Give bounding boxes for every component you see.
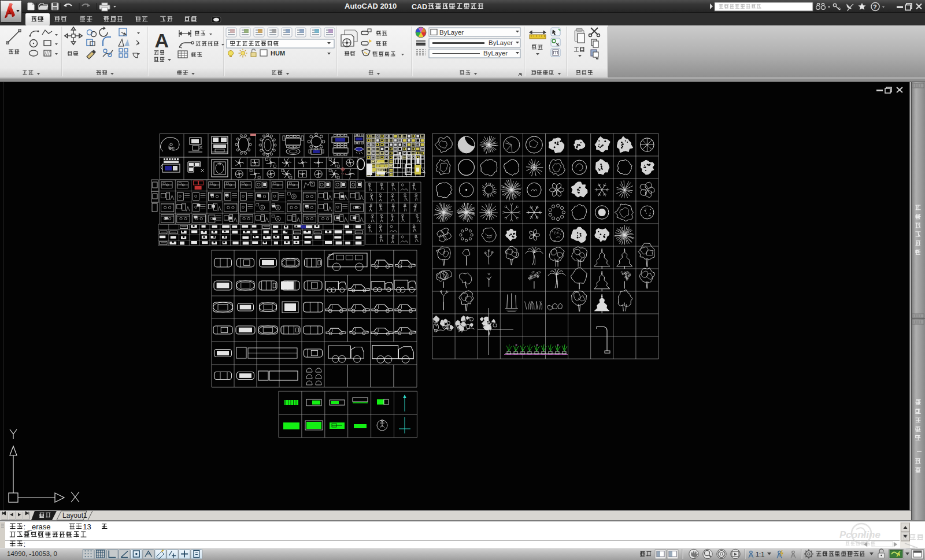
svg-text:Layout1: Layout1 (62, 511, 87, 520)
svg-text:: _erase: : _erase (24, 522, 51, 531)
svg-text:14990, -10053, 0: 14990, -10053, 0 (7, 550, 57, 557)
svg-text:HUM: HUM (271, 50, 285, 57)
svg-text::: : (24, 540, 26, 548)
svg-text:AutoCAD 2010: AutoCAD 2010 (345, 2, 397, 10)
svg-text:ByLayer: ByLayer (483, 50, 508, 57)
svg-text:13: 13 (83, 522, 91, 531)
svg-text:CAD: CAD (412, 3, 427, 11)
svg-text:Pconline: Pconline (839, 529, 880, 540)
svg-text:ByLayer: ByLayer (439, 29, 464, 36)
svg-text:A: A (154, 29, 169, 51)
svg-text:1:1: 1:1 (756, 551, 764, 558)
svg-text:ByLayer: ByLayer (489, 39, 513, 46)
svg-text:?: ? (873, 3, 877, 10)
